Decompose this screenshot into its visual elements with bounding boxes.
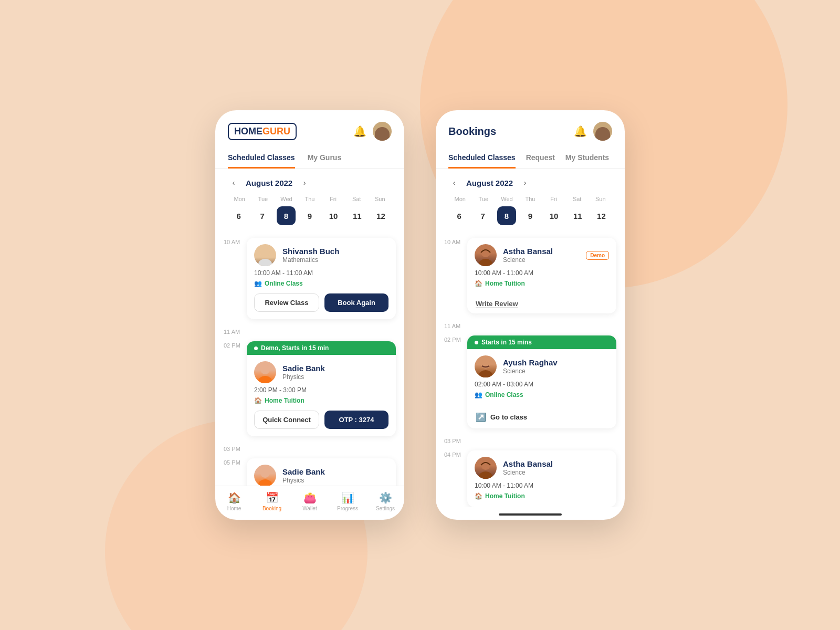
class-type-icon-astha2: 🏠 (475, 492, 482, 500)
quick-connect-button[interactable]: Quick Connect (254, 411, 319, 429)
day-sun-p2: Sun (589, 196, 612, 202)
nav-home-label: Home (227, 506, 242, 511)
nav-booking-label: Booking (262, 506, 281, 511)
bell-icon-p2[interactable]: 🔔 (574, 125, 587, 138)
day-tue-p2: Tue (472, 196, 496, 202)
cal-next-arrow-p2[interactable]: › (519, 177, 531, 188)
cal-date-7[interactable]: 7 (253, 206, 272, 225)
cal-prev-arrow[interactable]: ‹ (228, 177, 239, 188)
demo-banner: Demo, Starts in 15 min (247, 341, 396, 355)
time-label-02pm: 02 PM (215, 339, 245, 349)
cal-date-6-p2[interactable]: 6 (450, 206, 469, 225)
progress-icon: 📊 (341, 491, 354, 504)
tab-p2-scheduled[interactable]: Scheduled Classes (448, 148, 516, 169)
day-fri-p2: Fri (542, 196, 565, 202)
time-row-03pm-p2: 03 PM (436, 433, 625, 446)
logo: HOMEGURU (228, 123, 297, 140)
time-label-11am: 11 AM (215, 326, 245, 335)
nav-booking[interactable]: 📅 Booking (253, 491, 291, 511)
svg-point-1 (258, 259, 272, 266)
nav-wallet[interactable]: 👛 Wallet (291, 491, 329, 511)
time-label-11am-p2: 11 AM (436, 320, 465, 329)
student-name-ayush: Ayush Raghav (503, 358, 558, 367)
student-name-astha2: Astha Bansal (503, 459, 553, 468)
svg-point-7 (481, 248, 490, 257)
otp-button[interactable]: OTP : 3274 (324, 411, 388, 429)
tab-my-gurus[interactable]: My Gurus (308, 148, 342, 169)
nav-home[interactable]: 🏠 Home (215, 491, 253, 511)
avatar-astha (475, 244, 497, 266)
write-review-link[interactable]: Write Review (476, 300, 518, 308)
day-wed: Wed (275, 196, 298, 202)
go-to-class-icon: ↗️ (476, 412, 486, 422)
cal-date-6[interactable]: 6 (229, 206, 248, 225)
phone-teacher: Bookings 🔔 Scheduled Classes Request My … (436, 110, 625, 520)
time-row-02pm-p2: 02 PM Starts in 15 mins (436, 331, 625, 433)
cal-date-10[interactable]: 10 (324, 206, 343, 225)
avatar[interactable] (373, 122, 392, 141)
avatar-ayush (475, 355, 497, 377)
cal-prev-arrow-p2[interactable]: ‹ (448, 177, 460, 188)
svg-point-11 (481, 460, 490, 470)
svg-point-10 (479, 370, 492, 377)
cal-date-12-p2[interactable]: 12 (592, 206, 611, 225)
demo-dot-p2 (475, 341, 478, 344)
tab-p2-request[interactable]: Request (526, 148, 555, 169)
student-subject-astha2: Science (503, 469, 553, 476)
day-fri: Fri (321, 196, 345, 202)
day-thu-p2: Thu (519, 196, 542, 202)
cal-dates: 6 7 8 9 10 11 12 (228, 206, 392, 225)
bottom-nav: 🏠 Home 📅 Booking 👛 Wallet 📊 Progress ⚙️ (215, 486, 404, 520)
cal-date-11-p2[interactable]: 11 (568, 206, 587, 225)
demo-banner-text-p2: Starts in 15 mins (481, 339, 532, 346)
demo-banner-p2: Starts in 15 mins (467, 335, 616, 349)
go-to-class-row[interactable]: ↗️ Go to class (467, 406, 616, 428)
class-card-sadie: Demo, Starts in 15 min (247, 341, 396, 436)
cal-date-7-p2[interactable]: 7 (474, 206, 492, 225)
time-label-03pm-p2: 03 PM (436, 435, 465, 444)
time-label-10am: 10 AM (215, 236, 245, 245)
day-sat-p2: Sat (565, 196, 589, 202)
nav-settings[interactable]: ⚙️ Settings (366, 491, 404, 511)
tab-p2-students[interactable]: My Students (565, 148, 609, 169)
cal-month-p2: August 2022 (466, 178, 513, 187)
cal-date-12[interactable]: 12 (371, 206, 390, 225)
booking-icon: 📅 (266, 491, 279, 504)
time-row-10am: 10 AM (215, 234, 404, 323)
cal-date-11[interactable]: 11 (348, 206, 366, 225)
class-card-astha2: Astha Bansal Science 10:00 AM - 11:00 AM… (467, 450, 616, 507)
avatar-sadie2 (254, 465, 276, 486)
avatar-p2[interactable] (593, 122, 612, 141)
day-sun: Sun (368, 196, 392, 202)
cal-date-8[interactable]: 8 (277, 206, 296, 225)
cal-date-9-p2[interactable]: 9 (521, 206, 540, 225)
time-label-03pm: 03 PM (215, 443, 245, 452)
class-time-sadie: 2:00 PM - 3:00 PM (254, 386, 388, 394)
write-review-row: Write Review (467, 295, 616, 313)
day-mon: Mon (228, 196, 251, 202)
day-tue: Tue (251, 196, 275, 202)
cal-next-arrow[interactable]: › (299, 177, 310, 188)
review-class-button[interactable]: Review Class (254, 293, 319, 312)
go-to-class-text: Go to class (490, 413, 527, 421)
student-subject-shivansh: Mathematics (282, 256, 339, 264)
cal-date-10-p2[interactable]: 10 (544, 206, 563, 225)
avatar-shivansh (254, 244, 276, 266)
phone-student: HOMEGURU 🔔 Scheduled Classes My Gurus ‹ (215, 110, 404, 520)
time-row-03pm: 03 PM (215, 440, 404, 454)
cal-dates-p2: 6 7 8 9 10 11 12 (448, 206, 612, 225)
cal-days-header-p2: Mon Tue Wed Thu Fri Sat Sun (448, 196, 612, 202)
class-type-astha2: 🏠 Home Tuition (475, 492, 609, 500)
tabs-p2: Scheduled Classes Request My Students (436, 148, 625, 169)
class-time-astha2: 10:00 AM - 11:00 AM (475, 482, 609, 489)
bell-icon[interactable]: 🔔 (353, 125, 366, 138)
time-row-11am-p2: 11 AM (436, 318, 625, 331)
nav-progress[interactable]: 📊 Progress (329, 491, 366, 511)
cal-date-9[interactable]: 9 (300, 206, 319, 225)
book-again-button[interactable]: Book Again (324, 293, 388, 312)
card-actions-sadie: Quick Connect OTP : 3274 (254, 411, 388, 429)
tab-scheduled-classes[interactable]: Scheduled Classes (228, 148, 295, 169)
cal-date-8-p2[interactable]: 8 (497, 206, 516, 225)
day-wed-p2: Wed (495, 196, 519, 202)
demo-banner-text: Demo, Starts in 15 min (261, 344, 329, 352)
